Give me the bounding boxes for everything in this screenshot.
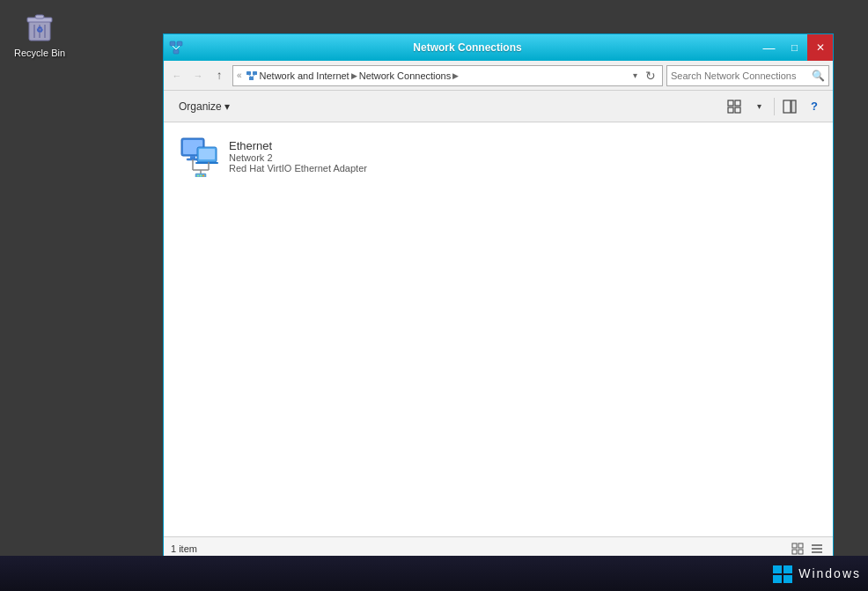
svg-rect-46 (783, 565, 792, 573)
svg-rect-29 (195, 162, 218, 164)
content-area: Ethernet Network 2 Red Hat VirtIO Ethern… (164, 122, 833, 536)
svg-line-11 (176, 46, 180, 49)
svg-text:♻: ♻ (36, 26, 43, 34)
breadcrumb-network-connections[interactable]: Network Connections (359, 70, 452, 81)
address-bar[interactable]: « Network and Internet ▶ Network Connect… (232, 65, 663, 86)
status-view-icons (789, 540, 826, 558)
help-button[interactable]: ? (803, 95, 826, 118)
status-grid-view-button[interactable] (789, 540, 806, 558)
breadcrumb-sep-2: ▶ (452, 71, 459, 80)
ethernet-name: Ethernet (229, 139, 367, 152)
svg-rect-21 (783, 100, 791, 113)
details-pane-button[interactable] (778, 95, 801, 118)
windows-logo-icon (772, 563, 793, 584)
taskbar: Windows (0, 556, 868, 591)
svg-rect-47 (773, 575, 782, 583)
windows-logo: Windows (772, 563, 861, 584)
svg-rect-13 (253, 71, 257, 75)
breadcrumb-separator-left: « (237, 70, 242, 80)
svg-rect-48 (783, 575, 792, 583)
svg-point-35 (197, 175, 199, 177)
svg-rect-19 (728, 107, 733, 113)
svg-line-10 (173, 46, 176, 49)
svg-rect-7 (170, 41, 175, 46)
search-icon: 🔍 (812, 70, 825, 82)
network-item-text: Ethernet Network 2 Red Hat VirtIO Ethern… (229, 139, 367, 174)
svg-rect-39 (798, 543, 803, 548)
svg-rect-17 (728, 100, 733, 106)
svg-rect-25 (190, 156, 195, 159)
forward-button[interactable]: → (188, 66, 208, 85)
up-button[interactable]: ↑ (210, 66, 229, 85)
breadcrumb: « Network and Internet ▶ Network Connect… (237, 70, 628, 82)
breadcrumb-network-internet[interactable]: Network and Internet (260, 70, 349, 81)
svg-rect-28 (199, 149, 215, 159)
title-bar-controls: — □ ✕ (756, 34, 833, 61)
svg-rect-22 (791, 100, 796, 113)
details-icon (783, 100, 797, 114)
svg-rect-18 (735, 100, 740, 106)
breadcrumb-sep-1: ▶ (351, 71, 357, 80)
item-count: 1 item (171, 543, 197, 554)
search-input[interactable] (671, 70, 812, 81)
breadcrumb-icon (246, 70, 258, 82)
recycle-bin-label: Recycle Bin (14, 48, 65, 58)
grid-view-icon (791, 543, 804, 555)
recycle-bin-icon[interactable]: ♻ Recycle Bin (9, 9, 70, 58)
svg-line-15 (248, 75, 251, 77)
windows-text: Windows (798, 566, 861, 580)
view-icon (727, 100, 741, 114)
navigation-bar: ← → ↑ « Network and Internet ▶ Ne (164, 61, 833, 91)
back-button[interactable]: ← (167, 66, 187, 85)
minimize-button[interactable]: — (756, 34, 782, 61)
refresh-button[interactable]: ↻ (643, 68, 658, 84)
svg-line-16 (252, 75, 254, 77)
organize-arrow: ▾ (224, 100, 230, 113)
organize-button[interactable]: Organize ▾ (171, 97, 238, 116)
svg-rect-14 (249, 77, 254, 80)
ethernet-network: Network 2 (229, 152, 367, 163)
svg-rect-2 (35, 15, 44, 18)
svg-rect-38 (792, 543, 797, 548)
svg-rect-8 (177, 41, 182, 46)
svg-rect-45 (773, 565, 782, 573)
window-title: Network Connections (164, 41, 771, 54)
svg-point-37 (202, 175, 204, 177)
svg-rect-9 (173, 49, 179, 54)
search-box[interactable]: 🔍 (666, 65, 829, 86)
title-bar-icon (169, 41, 183, 55)
toolbar-divider (774, 98, 775, 115)
toolbar: Organize ▾ ▾ (164, 91, 833, 122)
address-dropdown-button[interactable]: ▾ (631, 70, 639, 80)
view-dropdown-button[interactable]: ▾ (747, 95, 770, 118)
svg-rect-20 (735, 107, 740, 113)
toolbar-left: Organize ▾ (171, 97, 238, 116)
status-list-view-button[interactable] (808, 540, 826, 558)
title-bar: Network Connections — □ ✕ (164, 34, 833, 61)
network-connections-window: Network Connections — □ ✕ ← → ↑ « (163, 33, 834, 560)
list-item[interactable]: Ethernet Network 2 Red Hat VirtIO Ethern… (171, 129, 417, 182)
help-icon: ? (811, 100, 818, 113)
view-toggle-button[interactable] (723, 95, 746, 118)
svg-rect-41 (798, 550, 803, 554)
close-button[interactable]: ✕ (807, 34, 833, 61)
maximize-button[interactable]: □ (782, 34, 807, 61)
ethernet-adapter: Red Hat VirtIO Ethernet Adapter (229, 163, 367, 174)
svg-rect-40 (792, 550, 797, 554)
ethernet-icon (178, 135, 220, 177)
svg-point-36 (200, 175, 202, 177)
title-bar-left (169, 41, 183, 55)
organize-label: Organize (179, 100, 222, 113)
svg-rect-12 (246, 71, 251, 75)
toolbar-right: ▾ ? (723, 95, 826, 118)
desktop: ♻ Recycle Bin Network Connections — □ (0, 0, 868, 591)
list-view-icon (811, 543, 823, 555)
